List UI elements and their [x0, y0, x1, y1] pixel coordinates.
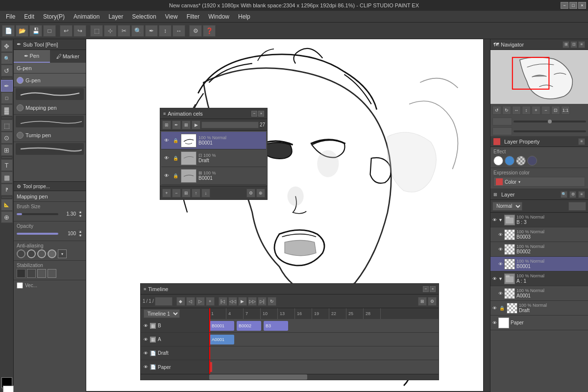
group-a1-expand[interactable]: ▼ — [498, 276, 503, 281]
aa-custom[interactable]: ▾ — [58, 249, 67, 258]
b0001-eye[interactable]: 👁 — [498, 262, 503, 267]
menu-view[interactable]: View — [161, 12, 182, 21]
tool-ruler[interactable]: 📐 — [1, 199, 13, 211]
brush-size-up[interactable]: ▲ — [78, 210, 83, 214]
tl-track-content-b[interactable]: B0001 B0002 B3 — [209, 319, 439, 332]
opacity-down[interactable]: ▼ — [78, 234, 83, 237]
layer-group-a1[interactable]: 👁 ▼ 100 % Normal A : 1 — [490, 271, 588, 286]
anim-icon-1[interactable]: ⊞ — [162, 121, 171, 129]
tool-select-rect[interactable]: ⬚ — [1, 120, 13, 131]
b0002-eye[interactable]: 👁 — [498, 247, 503, 252]
anim-lock-draft[interactable]: 🔒 — [172, 155, 179, 162]
menu-animation[interactable]: Animation — [70, 12, 103, 21]
undo-icon[interactable]: ↩ — [60, 25, 73, 37]
nav-rotate-cw[interactable]: ↻ — [502, 106, 511, 115]
layer-draft[interactable]: 👁 🔒 100 % Normal Draft — [490, 301, 588, 316]
tl-keyframe-icon[interactable]: ◆ — [176, 297, 185, 306]
anim-lock-b0001[interactable]: 🔒 — [172, 137, 179, 144]
settings-icon[interactable]: ⚙ — [189, 25, 202, 37]
aa-weak[interactable] — [27, 249, 36, 258]
nav-icon-1[interactable]: ⊞ — [563, 41, 569, 48]
anim-cel-b0001[interactable]: 👁 🔒 100 % Normal B0001 — [161, 132, 266, 149]
anim-add-icon[interactable]: + — [162, 189, 171, 197]
tl-prev-frame-icon[interactable]: |◁ — [219, 297, 227, 306]
layer-group-b3[interactable]: 👁 ▼ 100 % Normal B : 3 — [490, 213, 588, 227]
nav-icon-3[interactable]: ≡ — [578, 41, 585, 48]
layer-b0003[interactable]: 👁 100 % Normal B0003 — [490, 227, 588, 242]
a0001-eye[interactable]: 👁 — [498, 291, 503, 296]
menu-selection[interactable]: Selection — [128, 12, 160, 21]
anim-lock-b0001-2[interactable]: 🔒 — [172, 172, 179, 179]
tool-lasso[interactable]: ⊙ — [1, 132, 13, 144]
group-a1-eye[interactable]: 👁 — [492, 276, 497, 281]
flip-v-icon[interactable]: ↕ — [159, 25, 172, 37]
aa-medium[interactable] — [37, 249, 46, 258]
tl-cel-a0001[interactable]: A0001 — [210, 335, 234, 344]
anim-panel-close[interactable]: × — [258, 111, 264, 117]
anim-cel-draft[interactable]: 👁 🔒 ⊡ 100 % Draft — [161, 149, 266, 167]
anim-move-up-icon[interactable]: ↑ — [192, 189, 200, 197]
tl-scroll-thumb[interactable] — [209, 374, 307, 380]
brush-size-slider[interactable] — [17, 213, 58, 215]
tl-export-icon[interactable]: ⊞ — [418, 297, 427, 306]
anim-icon-4[interactable]: ▶ — [192, 121, 200, 129]
close-button[interactable]: × — [578, 2, 586, 9]
tl-track-eye-a[interactable]: 👁 — [144, 337, 148, 342]
nav-zoom-slider[interactable] — [514, 121, 586, 122]
nav-flip-h[interactable]: ↔ — [512, 106, 521, 115]
nav-zoom-out[interactable]: − — [541, 106, 550, 115]
anim-cel-b0001-2[interactable]: 👁 🔒 ⊠ 100 % B0001 — [161, 167, 266, 185]
nav-fit[interactable]: ⊡ — [551, 106, 560, 115]
anim-copy-icon[interactable]: ⊞ — [182, 189, 191, 197]
background-color[interactable] — [3, 386, 14, 392]
subtool-item-mapping[interactable]: Mapping pen — [14, 101, 86, 115]
lp-settings-icon[interactable]: ≡ — [578, 138, 585, 145]
canvas-area[interactable]: ≡ Animation cels − × ⊞ ✒ ⊠ ▶ — [86, 39, 483, 391]
group-b3-eye[interactable]: 👁 — [492, 218, 497, 222]
stab-4[interactable] — [48, 269, 56, 278]
tl-play-rev-icon[interactable]: ◁◁ — [228, 297, 237, 306]
effect-circle-3[interactable] — [516, 156, 526, 166]
anim-eye-b0001-2[interactable]: 👁 — [163, 172, 170, 179]
paper-eye[interactable]: 👁 — [492, 320, 497, 325]
select-rect-icon[interactable]: ⬚ — [90, 25, 103, 37]
nav-zoom-thumb[interactable] — [548, 120, 552, 123]
nav-rotate-ccw[interactable]: ↺ — [492, 106, 501, 115]
tl-scrollbar[interactable] — [141, 374, 439, 380]
tl-add-key-icon[interactable]: + — [206, 297, 215, 306]
tl-play-icon[interactable]: ▶ — [238, 297, 247, 306]
brush-size-spinner[interactable]: ▲ ▼ — [78, 210, 83, 218]
menu-edit[interactable]: Edit — [20, 12, 38, 21]
canvas-scroll-v[interactable] — [483, 39, 490, 391]
tl-cel-b0001[interactable]: B0001 — [210, 321, 234, 331]
tl-track-content-paper[interactable] — [209, 360, 439, 374]
anim-link-icon[interactable]: ⊕ — [256, 189, 265, 197]
anim-eye-draft[interactable]: 👁 — [163, 155, 170, 162]
scale-icon[interactable]: 🔍 — [131, 25, 144, 37]
layer-b0002[interactable]: 👁 100 % Normal B0002 — [490, 242, 588, 257]
cut-icon[interactable]: ✂ — [118, 25, 130, 37]
anim-settings-icon[interactable]: ⚙ — [246, 189, 255, 197]
lp-color-dropdown[interactable]: Color ▾ — [493, 177, 585, 187]
tl-track-content-a[interactable]: A0001 — [209, 333, 439, 346]
timeline-close-btn[interactable]: × — [430, 286, 436, 292]
opacity-up[interactable]: ▲ — [78, 230, 83, 233]
tool-crop[interactable]: ⊞ — [1, 144, 13, 156]
effect-circle-2[interactable] — [505, 156, 514, 166]
nav-angle-input[interactable]: 0.0 — [492, 127, 512, 135]
tool-gradient[interactable]: ▦ — [1, 172, 13, 183]
anim-del-icon[interactable]: − — [172, 189, 181, 197]
tab-marker[interactable]: 🖊 Marker — [50, 50, 86, 63]
tl-cel-b0002[interactable]: B0002 — [237, 321, 261, 331]
opacity-spinner[interactable]: ▲ ▼ — [78, 230, 83, 237]
tool-move[interactable]: ✥ — [1, 40, 13, 52]
tl-settings2-icon[interactable]: ⚙ — [428, 297, 437, 306]
nav-flip-v[interactable]: ↕ — [522, 106, 531, 115]
layer-paper[interactable]: 👁 Paper — [490, 316, 588, 330]
flip-h-icon[interactable]: ↔ — [172, 25, 185, 37]
tab-pen[interactable]: ✒ Pen — [14, 50, 50, 63]
menu-file[interactable]: File — [2, 12, 19, 21]
nav-icon-2[interactable]: ⊡ — [570, 41, 577, 48]
blend-mode-dropdown[interactable]: Normal — [492, 202, 522, 211]
nav-zoom-in[interactable]: + — [532, 106, 540, 115]
